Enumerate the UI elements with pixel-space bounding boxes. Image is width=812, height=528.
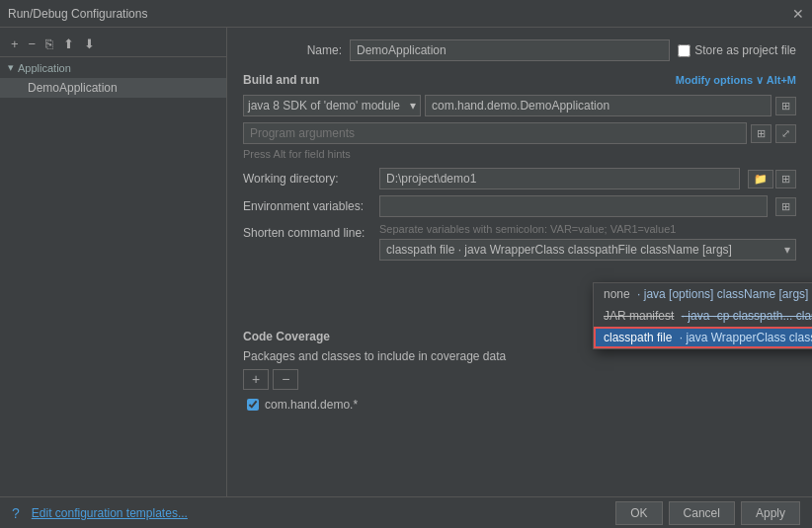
env-vars-row: Environment variables: ⊞ [243,195,796,217]
coverage-buttons: + − [243,369,796,390]
title-bar: Run/Debug Configurations ✕ [0,0,812,28]
edit-config-templates-link[interactable]: Edit configuration templates... [32,506,188,520]
sdk-dropdown-arrow: ▾ [410,99,416,113]
bottom-bar: ? Edit configuration templates... OK Can… [0,496,812,528]
bottom-right: OK Cancel Apply [615,501,800,525]
workdir-folder-button[interactable]: 📁 [748,170,773,189]
sidebar-item-label: DemoApplication [28,81,118,95]
env-vars-input[interactable] [379,195,768,217]
press-alt-hint: Press Alt for field hints [243,148,796,160]
bottom-left: ? Edit configuration templates... [12,505,188,521]
move-down-button[interactable]: ⬇ [81,36,98,52]
store-as-project-checkbox[interactable] [678,44,690,57]
help-button[interactable]: ? [12,505,20,521]
workdir-browse-button[interactable]: ⊞ [775,170,796,189]
remove-config-button[interactable]: − [26,36,40,52]
program-args-input[interactable] [243,122,747,144]
sdk-select[interactable]: java 8 SDK of 'demo' module ▾ [243,95,421,116]
shorten-cmd-right: Separate variables with semicolon: VAR=v… [379,223,796,261]
workdir-input[interactable] [379,168,740,189]
store-as-project-label: Store as project file [694,43,796,57]
move-up-button[interactable]: ⬆ [60,36,77,52]
close-button[interactable]: ✕ [792,6,804,22]
separate-vars-hint: Separate variables with semicolon: VAR=v… [379,223,796,235]
build-run-title: Build and run [243,73,319,87]
workdir-row: Working directory: 📁 ⊞ [243,168,796,189]
shorten-cmd-row: Shorten command line: Separate variables… [243,223,796,261]
sdk-value: java 8 SDK of 'demo' module [248,99,400,113]
cancel-button[interactable]: Cancel [669,501,735,525]
dialog-title: Run/Debug Configurations [8,7,792,21]
modify-options-link[interactable]: Modify options ∨ Alt+M [676,74,796,87]
coverage-desc: Packages and classes to include in cover… [243,349,796,363]
name-label: Name: [243,43,342,57]
coverage-item-label: com.hand.demo.* [265,398,358,412]
coverage-item-checkbox[interactable] [247,399,259,411]
workdir-buttons: 📁 ⊞ [748,170,796,189]
coverage-item: com.hand.demo.* [243,396,796,414]
shorten-cmd-select[interactable]: classpath file · java WrapperClass class… [379,239,796,261]
coverage-title: Code Coverage [243,330,330,343]
sidebar-toolbar: + − ⎘ ⬆ ⬇ [0,32,226,57]
class-input[interactable] [425,95,771,116]
add-config-button[interactable]: + [8,36,22,52]
ok-button[interactable]: OK [615,501,662,525]
sdk-row: java 8 SDK of 'demo' module ▾ ⊞ [243,95,796,116]
shorten-select-container: classpath file · java WrapperClass class… [379,239,796,261]
section-label: Application [18,62,71,74]
copy-config-button[interactable]: ⎘ [42,36,56,52]
store-as-project-row: Store as project file [678,43,796,57]
sidebar-item-demoapplication[interactable]: DemoApplication [0,78,226,98]
dialog-body: + − ⎘ ⬆ ⬇ ▾ Application DemoApplication … [0,28,812,496]
env-vars-label: Environment variables: [243,199,371,213]
section-expand-icon: ▾ [8,61,14,74]
class-browse-button[interactable]: ⊞ [775,97,796,115]
dropdown-option-jar[interactable]: JAR manifest · java -cp classpath... cla… [594,305,812,327]
coverage-remove-button[interactable]: − [273,369,298,390]
args-icon-button[interactable]: ⤢ [775,124,796,143]
workdir-label: Working directory: [243,172,371,186]
args-expand-button[interactable]: ⊞ [751,124,771,143]
program-args-row: ⊞ ⤢ [243,122,796,144]
name-input[interactable] [350,39,670,61]
coverage-add-button[interactable]: + [243,369,269,390]
dropdown-option-none[interactable]: none · java [options] className [args] [594,283,812,305]
dropdown-option-classpath[interactable]: classpath file · java WrapperClass class… [594,327,812,348]
modify-options-shortcut: ∨ Alt+M [756,74,796,86]
name-row: Name: Store as project file [243,39,796,61]
content-area: Name: Store as project file Build and ru… [227,28,812,496]
shorten-cmd-dropdown: none · java [options] className [args] J… [593,282,812,349]
sidebar: + − ⎘ ⬆ ⬇ ▾ Application DemoApplication [0,28,227,496]
shorten-cmd-label: Shorten command line: [243,223,371,240]
apply-button[interactable]: Apply [741,501,800,525]
env-vars-browse-button[interactable]: ⊞ [775,197,796,216]
sidebar-section-application[interactable]: ▾ Application [0,57,226,78]
build-run-header: Build and run Modify options ∨ Alt+M [243,73,796,87]
